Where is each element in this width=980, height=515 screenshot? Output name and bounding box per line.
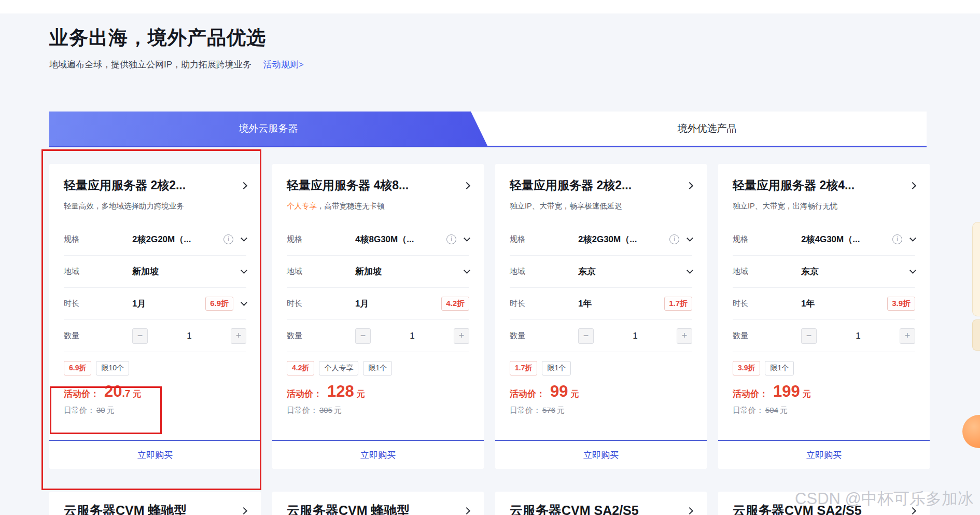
chevron-right-icon (463, 182, 470, 189)
duration-select[interactable]: 时长 1年 3.9折 (733, 288, 915, 320)
promo-price-row: 活动价： 20 .7 元 (49, 382, 261, 401)
quantity-value[interactable]: 1 (856, 331, 860, 341)
quantity-stepper: − 1 + (578, 328, 692, 344)
floating-promo-tab[interactable] (972, 222, 980, 316)
plus-button[interactable]: + (900, 328, 915, 344)
duration-label: 时长 (510, 299, 578, 309)
product-title-row[interactable]: 轻量应用服务器 2核2... (64, 177, 246, 193)
product-title: 轻量应用服务器 2核2... (510, 177, 632, 193)
quantity-value[interactable]: 1 (410, 331, 414, 341)
product-subtitle: 独立IP、大带宽，畅享极速低延迟 (510, 201, 692, 211)
duration-label: 时长 (287, 299, 355, 309)
minus-button[interactable]: − (578, 328, 594, 344)
buy-now-button[interactable]: 立即购买 (495, 440, 707, 469)
product-title-row[interactable]: 云服务器CVM 蜂驰型 (64, 502, 246, 515)
chevron-right-icon (686, 507, 693, 514)
product-card: 轻量应用服务器 2核2... 轻量高效，多地域选择助力跨境业务 规格 2核2G2… (49, 164, 261, 469)
quantity-row: 数量 − 1 + (510, 320, 692, 352)
discount-tag: 3.9折 (733, 361, 760, 375)
product-title: 云服务器CVM 蜂驰型 (64, 502, 187, 515)
quantity-value[interactable]: 1 (187, 331, 191, 341)
second-products-row: 云服务器CVM 蜂驰型 云服务器CVM 蜂驰型 云服务器CVM SA2/S5 云… (49, 492, 930, 515)
buy-now-label: 立即购买 (806, 449, 842, 461)
minus-button[interactable]: − (355, 328, 371, 344)
floating-promo-tab-lower[interactable] (972, 319, 980, 351)
daily-price-label: 日常价： (510, 406, 541, 414)
buy-now-button[interactable]: 立即购买 (49, 440, 261, 469)
minus-button[interactable]: − (801, 328, 817, 344)
promo-price-label: 活动价： (733, 388, 768, 400)
duration-select[interactable]: 时长 1月 4.2折 (287, 288, 469, 320)
tag-row: 6.9折 限10个 (49, 361, 261, 375)
tab-label: 境外云服务器 (239, 122, 298, 135)
plus-button[interactable]: + (677, 328, 692, 344)
spec-select[interactable]: 规格 2核2G30M（... i (510, 224, 692, 256)
product-title-row[interactable]: 云服务器CVM SA2/S5 (510, 502, 692, 515)
page-subtitle-row: 地域遍布全球，提供独立公网IP，助力拓展跨境业务 活动规则> (49, 59, 304, 71)
product-card: 云服务器CVM SA2/S5 (718, 492, 930, 515)
quantity-row: 数量 − 1 + (733, 320, 915, 352)
spec-select[interactable]: 规格 2核2G20M（... i (64, 224, 246, 256)
quantity-value[interactable]: 1 (633, 331, 637, 341)
info-icon[interactable]: i (223, 234, 233, 244)
product-subtitle: 独立IP、大带宽，出海畅行无忧 (733, 201, 915, 211)
tag-row: 4.2折 个人专享 限1个 (272, 361, 484, 375)
product-title-row[interactable]: 轻量应用服务器 2核4... (733, 177, 915, 193)
plus-button[interactable]: + (454, 328, 469, 344)
info-icon[interactable]: i (446, 234, 456, 244)
tab-overseas-preferred-products[interactable]: 境外优选产品 (487, 112, 927, 146)
yuan-unit: 元 (357, 389, 365, 400)
product-title: 云服务器CVM 蜂驰型 (287, 502, 410, 515)
duration-select[interactable]: 时长 1月 6.9折 (64, 288, 246, 320)
chevron-right-icon (463, 507, 470, 514)
region-label: 地域 (733, 267, 801, 276)
product-subtitle: 个人专享，高带宽稳连无卡顿 (287, 201, 469, 211)
minus-button[interactable]: − (132, 328, 148, 344)
spec-value: 2核2G30M（... (578, 233, 665, 245)
region-select[interactable]: 地域 新加坡 (287, 256, 469, 288)
chevron-down-icon (241, 299, 247, 306)
promo-price-label: 活动价： (510, 388, 545, 400)
chevron-right-icon (240, 507, 247, 514)
region-select[interactable]: 地域 东京 (733, 256, 915, 288)
product-title-row[interactable]: 轻量应用服务器 4核8... (287, 177, 469, 193)
daily-price-row: 日常价：305元 (272, 406, 484, 415)
daily-price-row: 日常价：576元 (495, 406, 707, 415)
chevron-down-icon (687, 235, 693, 242)
product-title-row[interactable]: 轻量应用服务器 2核2... (510, 177, 692, 193)
region-select[interactable]: 地域 东京 (510, 256, 692, 288)
discount-tag: 4.2折 (287, 361, 314, 375)
chevron-right-icon (909, 507, 916, 514)
spec-select[interactable]: 规格 2核4G30M（... i (733, 224, 915, 256)
floating-promo-circle[interactable] (962, 415, 980, 448)
duration-select[interactable]: 时长 1年 1.7折 (510, 288, 692, 320)
buy-now-button[interactable]: 立即购买 (272, 440, 484, 469)
quantity-label: 数量 (64, 331, 132, 341)
yuan-unit: 元 (557, 406, 565, 414)
product-card: 云服务器CVM SA2/S5 (495, 492, 707, 515)
page-subtitle: 地域遍布全球，提供独立公网IP，助力拓展跨境业务 (49, 60, 251, 69)
region-select[interactable]: 地域 新加坡 (64, 256, 246, 288)
tab-overseas-cloud-server[interactable]: 境外云服务器 (49, 112, 487, 146)
promo-price-value: 128 (327, 382, 354, 401)
promo-price-row: 活动价： 199 元 (718, 382, 930, 401)
info-icon[interactable]: i (669, 234, 679, 244)
chevron-down-icon (909, 235, 916, 242)
chevron-down-icon (909, 267, 916, 274)
info-icon[interactable]: i (892, 234, 902, 244)
spec-select[interactable]: 规格 4核8G30M（... i (287, 224, 469, 256)
duration-value: 1月 (132, 298, 205, 310)
activity-rules-link[interactable]: 活动规则> (263, 60, 304, 69)
chevron-down-icon (464, 235, 470, 242)
product-title-row[interactable]: 云服务器CVM SA2/S5 (733, 502, 915, 515)
limit-tag: 限1个 (542, 361, 571, 375)
daily-price-value: 504 (765, 406, 778, 414)
spec-value: 2核2G20M（... (132, 233, 219, 245)
buy-now-button[interactable]: 立即购买 (718, 440, 930, 469)
buy-now-label: 立即购买 (137, 449, 173, 461)
product-card: 轻量应用服务器 2核4... 独立IP、大带宽，出海畅行无忧 规格 2核4G30… (718, 164, 930, 469)
limit-tag: 限1个 (765, 361, 794, 375)
plus-button[interactable]: + (231, 328, 246, 344)
product-title-row[interactable]: 云服务器CVM 蜂驰型 (287, 502, 469, 515)
chevron-down-icon (687, 267, 693, 274)
